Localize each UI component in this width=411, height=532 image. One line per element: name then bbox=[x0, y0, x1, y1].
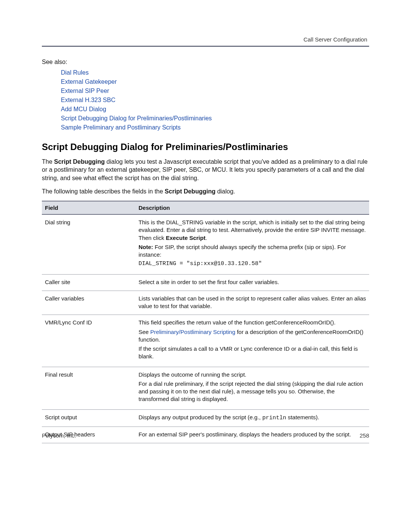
footer: Polycom, Inc. 258 bbox=[42, 432, 369, 439]
cell-desc: This is the DIAL_STRING variable in the … bbox=[135, 214, 369, 274]
p2-a: The following table describes the fields… bbox=[42, 188, 165, 195]
link-prelim-postlim-scripting[interactable]: Preliminary/Postliminary Scripting bbox=[150, 329, 235, 335]
header-rule bbox=[42, 46, 369, 47]
footer-page-number: 258 bbox=[360, 432, 369, 439]
link-external-h323-sbc[interactable]: External H.323 SBC bbox=[61, 97, 369, 104]
cell-desc: Select a site in order to set the first … bbox=[135, 274, 369, 291]
r0-d1b: Execute Script bbox=[166, 235, 206, 241]
th-field: Field bbox=[42, 201, 135, 214]
link-dial-rules[interactable]: Dial Rules bbox=[61, 69, 369, 76]
link-sample-scripts[interactable]: Sample Preliminary and Postliminary Scri… bbox=[61, 124, 369, 131]
link-script-debugging[interactable]: Script Debugging Dialog for Preliminarie… bbox=[61, 115, 369, 122]
table-row: Dial string This is the DIAL_STRING vari… bbox=[42, 214, 369, 274]
paragraph-2: The following table describes the fields… bbox=[42, 187, 369, 195]
table-row: Caller variables Lists variables that ca… bbox=[42, 291, 369, 315]
see-also-list: Dial Rules External Gatekeeper External … bbox=[42, 69, 369, 131]
section-title: Script Debugging Dialog for Preliminarie… bbox=[42, 142, 369, 152]
r0-d2a: Note: bbox=[139, 244, 153, 250]
cell-desc: This field specifies the return value of… bbox=[135, 315, 369, 367]
cell-field: Final result bbox=[42, 367, 135, 409]
link-add-mcu-dialog[interactable]: Add MCU Dialog bbox=[61, 106, 369, 113]
table-row: VMR/Lync Conf ID This field specifies th… bbox=[42, 315, 369, 367]
link-external-sip-peer[interactable]: External SIP Peer bbox=[61, 88, 369, 94]
cell-field: Script output bbox=[42, 409, 135, 427]
cell-desc: Lists variables that can be used in the … bbox=[135, 291, 369, 315]
cell-field: Caller variables bbox=[42, 291, 135, 315]
footer-left: Polycom, Inc. bbox=[42, 432, 76, 439]
p1-b: Script Debugging bbox=[54, 158, 105, 165]
cell-field: VMR/Lync Conf ID bbox=[42, 315, 135, 367]
r4-d1: Displays the outcome of running the scri… bbox=[139, 371, 366, 379]
th-description: Description bbox=[135, 201, 369, 214]
p2-b: Script Debugging bbox=[165, 188, 215, 195]
page: Call Server Configuration See also: Dial… bbox=[0, 0, 411, 532]
r0-d3: DIAL_STRING = "sip:xxx@10.33.120.58" bbox=[139, 260, 366, 268]
r5-d1m: println bbox=[262, 415, 286, 421]
fields-table: Field Description Dial string This is th… bbox=[42, 201, 369, 443]
link-external-gatekeeper[interactable]: External Gatekeeper bbox=[61, 78, 369, 85]
header-right: Call Server Configuration bbox=[303, 36, 367, 43]
paragraph-1: The Script Debugging dialog lets you tes… bbox=[42, 158, 369, 182]
cell-field: Dial string bbox=[42, 214, 135, 274]
r0-d2b: For SIP, the script should always specif… bbox=[139, 244, 346, 258]
r3-d3: If the script simulates a call to a VMR … bbox=[139, 345, 366, 361]
p1-a: The bbox=[42, 158, 54, 165]
p2-c: dialog. bbox=[215, 188, 235, 195]
table-row: Caller site Select a site in order to se… bbox=[42, 274, 369, 291]
table-row: Script output Displays any output produc… bbox=[42, 409, 369, 427]
r5-d1a: Displays any output produced by the scri… bbox=[139, 414, 262, 420]
r4-d2: For a dial rule preliminary, if the scri… bbox=[139, 380, 366, 403]
cell-desc: Displays any output produced by the scri… bbox=[135, 409, 369, 427]
cell-field: Caller site bbox=[42, 274, 135, 291]
table-row: Final result Displays the outcome of run… bbox=[42, 367, 369, 409]
cell-desc: Displays the outcome of running the scri… bbox=[135, 367, 369, 409]
r0-d1c: . bbox=[206, 235, 207, 241]
r3-d1: This field specifies the return value of… bbox=[139, 319, 366, 326]
r5-d1b: statements). bbox=[286, 414, 319, 420]
r3-d2a: See bbox=[139, 329, 150, 335]
content: See also: Dial Rules External Gatekeeper… bbox=[42, 59, 369, 443]
see-also-label: See also: bbox=[42, 59, 369, 66]
